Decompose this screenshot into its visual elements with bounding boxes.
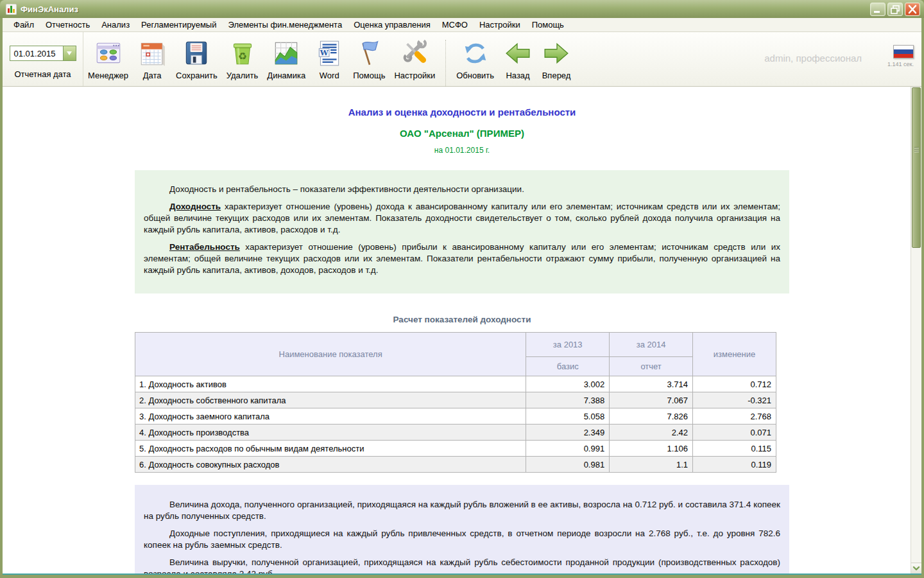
- back-button[interactable]: Назад: [499, 37, 537, 86]
- close-button[interactable]: [905, 3, 920, 16]
- menu-management-assessment[interactable]: Оценка управления: [348, 18, 436, 31]
- tools-settings-icon: [400, 39, 429, 68]
- svg-text:W: W: [320, 48, 329, 57]
- scroll-down-button[interactable]: [911, 563, 921, 574]
- forward-arrow-icon: [542, 39, 571, 68]
- column-subheader-report: отчет: [610, 357, 693, 376]
- column-header-name: Наименование показателя: [135, 333, 526, 376]
- report-view: Анализ и оценка доходности и рентабельно…: [3, 87, 911, 574]
- column-header-2013: за 2013: [526, 333, 610, 357]
- intro-paragraph: Рентабельность характеризует отношение (…: [144, 241, 780, 276]
- table-row: 5. Доходность расходов по обычным видам …: [135, 441, 776, 457]
- date-button[interactable]: Дата: [133, 37, 171, 86]
- help-button[interactable]: Помощь: [348, 37, 389, 86]
- svg-text:♻: ♻: [237, 50, 246, 62]
- refresh-button[interactable]: Обновить: [452, 37, 499, 86]
- menu-regulated[interactable]: Регламентируемый: [135, 18, 222, 31]
- conclusions-box: Величина дохода, полученного организацие…: [135, 485, 789, 574]
- term-rentabelnost: Рентабельность: [169, 242, 240, 252]
- conclusion-paragraph: Доходные поступления, приходящиеся на ка…: [144, 528, 780, 551]
- toolbar-separator: [445, 40, 446, 86]
- save-button[interactable]: Сохранить: [171, 37, 222, 86]
- word-export-button[interactable]: W Word: [310, 37, 348, 86]
- window-title: ФинЭкАнализ: [21, 4, 78, 14]
- conclusion-paragraph: Величина выручки, полученной организацие…: [144, 557, 780, 574]
- window-titlebar: ФинЭкАнализ: [0, 0, 924, 18]
- refresh-icon: [461, 39, 490, 68]
- minimize-button[interactable]: [870, 3, 886, 16]
- chart-dynamics-icon: [271, 39, 301, 68]
- menu-settings[interactable]: Настройки: [474, 18, 526, 31]
- report-date-label: Отчетная дата: [3, 69, 83, 79]
- table-row: 1. Доходность активов 3.002 3.714 0.712: [135, 376, 776, 392]
- table-row: 2. Доходность собственного капитала 7.38…: [135, 392, 776, 408]
- report-title: Анализ и оценка доходности и рентабельно…: [135, 107, 789, 118]
- report-date-value: 01.01.2015: [10, 49, 63, 58]
- help-flag-icon: [354, 39, 384, 68]
- report-date-line: на 01.01.2015 г.: [135, 146, 789, 155]
- intro-paragraph: Доходность характеризует отношение (уров…: [144, 201, 780, 236]
- menu-help[interactable]: Помощь: [526, 18, 570, 31]
- calendar-icon: [137, 39, 167, 68]
- intro-paragraph: Доходность и рентабельность – показатели…: [144, 184, 780, 195]
- delete-button[interactable]: ♻ Удалить: [222, 37, 263, 86]
- table-row: 3. Доходность заемного капитала 5.058 7.…: [135, 408, 776, 425]
- minimize-icon: [874, 11, 880, 13]
- chevron-down-icon: [911, 563, 921, 574]
- menu-bar: Файл Отчетность Анализ Регламентируемый …: [3, 18, 921, 32]
- close-icon: [905, 3, 920, 15]
- app-logo-icon: [6, 4, 17, 15]
- scrollbar-thumb[interactable]: [912, 87, 921, 248]
- word-document-icon: W: [314, 39, 344, 68]
- table-title: Расчет показателей доходности: [135, 315, 789, 324]
- conclusion-paragraph: Величина дохода, полученного организацие…: [144, 499, 780, 522]
- menu-file[interactable]: Файл: [8, 18, 40, 31]
- vertical-scrollbar[interactable]: [911, 87, 921, 574]
- term-dohodnost: Доходность: [169, 202, 221, 211]
- trash-recycle-icon: ♻: [228, 39, 257, 68]
- column-subheader-basis: базис: [526, 357, 610, 376]
- user-role-label: admin, профессионал: [764, 53, 862, 64]
- settings-button[interactable]: Настройки: [389, 37, 440, 86]
- menu-analysis[interactable]: Анализ: [96, 18, 135, 31]
- menu-reporting[interactable]: Отчетность: [40, 18, 96, 31]
- report-company: ОАО "Арсенал" (ПРИМЕР): [135, 128, 789, 139]
- manager-button[interactable]: Менеджер: [83, 37, 133, 86]
- menu-msfo[interactable]: МСФО: [436, 18, 474, 31]
- dynamics-button[interactable]: Динамика: [262, 37, 310, 86]
- restore-button[interactable]: [887, 3, 903, 16]
- russian-flag-icon[interactable]: [893, 45, 914, 58]
- profitability-table: Наименование показателя за 2013 за 2014 …: [135, 332, 776, 473]
- intro-box: Доходность и рентабельность – показатели…: [135, 170, 789, 293]
- restore-icon: [888, 3, 902, 15]
- table-row: 4. Доходность производства 2.349 2.42 0.…: [135, 425, 776, 441]
- report-date-select[interactable]: 01.01.2015: [10, 46, 76, 61]
- table-row: 6. Доходность совокупных расходов 0.981 …: [135, 457, 776, 473]
- render-time-label: 1.141 сек.: [887, 61, 914, 67]
- chevron-down-icon[interactable]: [63, 46, 76, 60]
- menu-fin-management[interactable]: Элементы фин.менеджмента: [222, 18, 348, 31]
- content-bottom-border: [3, 574, 921, 575]
- back-arrow-icon: [503, 39, 533, 68]
- column-header-change: изменение: [693, 333, 776, 376]
- toolbar: 01.01.2015 Отчетная дата Менеджер: [3, 32, 921, 87]
- column-header-2014: за 2014: [610, 333, 693, 357]
- forward-button[interactable]: Вперед: [537, 37, 576, 86]
- manager-icon: [94, 39, 123, 68]
- report-date-group: 01.01.2015 Отчетная дата: [3, 32, 83, 86]
- save-floppy-icon: [182, 39, 211, 68]
